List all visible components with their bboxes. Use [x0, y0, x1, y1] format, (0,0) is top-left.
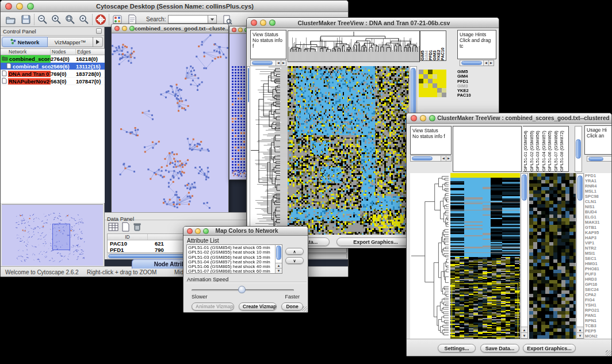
gene-label[interactable]: GPI16 [585, 282, 611, 287]
column-label[interactable]: GPL51-08 (GSM872) [559, 127, 565, 171]
gene-label[interactable]: GTB1 [585, 225, 611, 230]
scroll-right-icon[interactable]: ▶ [446, 156, 451, 161]
gene-label[interactable]: HMG1 [585, 261, 611, 266]
network-window-titlebar[interactable]: combined_scores_good.txt--cluste... [112, 24, 228, 33]
tv2-zoom-heatmap[interactable] [529, 173, 576, 339]
search-dropdown[interactable] [208, 15, 217, 24]
column-label[interactable]: GIM5 [420, 31, 424, 60]
gene-label[interactable]: FIG4 [585, 297, 611, 302]
gene-label[interactable]: PFD1 [585, 173, 611, 178]
column-label[interactable]: PFD1 [429, 31, 433, 60]
tv1-heatmap[interactable] [288, 66, 409, 235]
minimize-button[interactable] [122, 26, 127, 31]
gene-label[interactable]: NIS1 [585, 204, 611, 209]
network-canvas[interactable] [112, 33, 228, 214]
network-overview-canvas[interactable] [2, 204, 103, 266]
scroll-right-icon[interactable]: ▶ [281, 60, 286, 66]
move-up-button[interactable]: ∧ [285, 248, 304, 255]
scroll-up-icon[interactable]: ▲ [276, 263, 282, 268]
gene-label[interactable]: NTR2 [585, 246, 611, 251]
col-header-id[interactable]: ID [108, 234, 148, 240]
gene-label[interactable]: PHO81 [585, 266, 611, 271]
gene-label[interactable]: HRD3 [585, 277, 611, 282]
tab-vizmapper[interactable]: VizMapper™ [48, 37, 93, 47]
close-button[interactable] [251, 20, 257, 26]
gene-label[interactable]: YSH1 [585, 302, 611, 308]
tab-overflow-arrow[interactable] [93, 37, 103, 47]
close-button[interactable] [411, 115, 417, 121]
scroll-down-icon[interactable]: ▼ [577, 332, 583, 338]
network-row[interactable]: RNAPuberNov2+ 563(0) 107847(0) [1, 78, 105, 85]
delete-attribute-icon[interactable] [133, 222, 141, 234]
gene-label[interactable]: PAN1 [585, 313, 611, 318]
minimize-button[interactable] [238, 28, 243, 32]
column-label[interactable]: YKE2 [437, 31, 441, 60]
gene-label[interactable]: MAK31 [585, 220, 611, 225]
zoom-button[interactable] [203, 228, 209, 234]
new-attribute-icon[interactable] [121, 222, 130, 234]
tv1-column-dendrogram[interactable] [288, 30, 420, 62]
gene-label[interactable]: CPA2 [585, 292, 611, 297]
gene-label[interactable]: RNR4 [585, 183, 611, 189]
gene-label[interactable]: MSI1 [585, 251, 611, 256]
tv2-row-dendrogram[interactable] [410, 173, 450, 339]
gene-label[interactable]: KAP95 [585, 230, 611, 235]
minimize-button[interactable] [195, 228, 201, 234]
float-panel-icon[interactable] [96, 28, 102, 34]
minimize-button[interactable] [420, 115, 426, 121]
tv1-zoom-matrix[interactable] [419, 70, 447, 97]
gene-label[interactable]: VIP1 [585, 240, 611, 246]
treeview2-titlebar[interactable]: ClusterMaker TreeView : combined_scores_… [407, 113, 611, 124]
column-label[interactable]: PAC10 [441, 31, 445, 60]
open-file-icon[interactable] [5, 14, 17, 25]
resize-grip[interactable] [606, 350, 612, 357]
column-label[interactable]: GPL51-07 (GSM868) [553, 127, 560, 171]
tv2-zoom-vscrollbar[interactable]: ▲ ▼ [576, 173, 584, 339]
close-button[interactable] [187, 228, 193, 234]
save-data-button[interactable]: Save Data... [480, 344, 519, 352]
listbox-scrollbar[interactable]: ▲ ▼ [275, 245, 282, 273]
tv1-usage-scrollbar[interactable]: ◀ ▶ [460, 60, 494, 66]
create-vizmap-button[interactable]: Create Vizmap [239, 302, 277, 311]
gene-label[interactable]: TCB3 [585, 323, 611, 328]
tv2-column-dendrogram[interactable] [453, 126, 522, 172]
column-label[interactable]: GIM4 [424, 31, 429, 60]
gene-label[interactable]: PUF3 [585, 271, 611, 277]
close-button[interactable] [5, 3, 12, 10]
gene-label[interactable]: RPO21 [585, 308, 611, 313]
gene-label[interactable]: SEC24 [585, 287, 611, 292]
gene-label[interactable]: YRA1 [585, 178, 611, 183]
column-label[interactable]: GPL51-02 (GSM855) [529, 127, 536, 171]
column-label[interactable]: GPL51-06 (GSM865) [547, 127, 553, 171]
move-down-button[interactable]: ∨ [285, 257, 304, 264]
scroll-right-icon[interactable]: ▶ [488, 60, 494, 66]
save-session-icon[interactable] [20, 14, 32, 25]
tab-network[interactable]: Network [2, 37, 48, 47]
gene-label[interactable]: MSL1 [585, 189, 611, 194]
tv2-header-vscrollbar[interactable] [575, 126, 582, 172]
gene-label[interactable]: SPC98 [585, 194, 611, 199]
scroll-up-icon[interactable]: ▲ [521, 327, 527, 332]
animate-vizmap-button[interactable]: Animate Vizmap [192, 302, 234, 311]
zoom-button[interactable] [429, 115, 435, 121]
scroll-up-icon[interactable]: ▲ [577, 327, 583, 332]
column-label[interactable]: GPL51-03 (GSM856) [535, 127, 541, 171]
gene-label[interactable]: BUD4 [585, 209, 611, 214]
export-graphics-button[interactable]: Export Graphics... [336, 237, 415, 246]
network-row-selected[interactable]: combined_sco 2569(6) 13112(15) [1, 63, 105, 70]
export-graphics-button[interactable]: Export Graphics... [523, 344, 576, 352]
zoom-button[interactable] [129, 26, 135, 31]
search-input[interactable] [168, 15, 208, 24]
network-row[interactable]: combined_scores 2764(0) 16218(0) [1, 55, 105, 63]
scroll-down-icon[interactable]: ▼ [276, 268, 282, 273]
close-button[interactable] [114, 26, 120, 31]
zoom-button[interactable] [269, 20, 276, 26]
zoom-fit-icon[interactable] [64, 14, 76, 25]
attribute-table-icon[interactable] [108, 222, 118, 234]
gene-label[interactable]: PEP5 [585, 328, 611, 334]
scroll-left-icon[interactable]: ◀ [441, 156, 446, 161]
column-label[interactable]: GIM3 [433, 31, 437, 60]
dialog-titlebar[interactable]: Map Colors to Network [183, 227, 308, 236]
animation-slider-thumb[interactable] [238, 286, 246, 293]
treeview1-titlebar[interactable]: ClusterMaker TreeView : DNA and Tran 07-… [247, 18, 499, 28]
